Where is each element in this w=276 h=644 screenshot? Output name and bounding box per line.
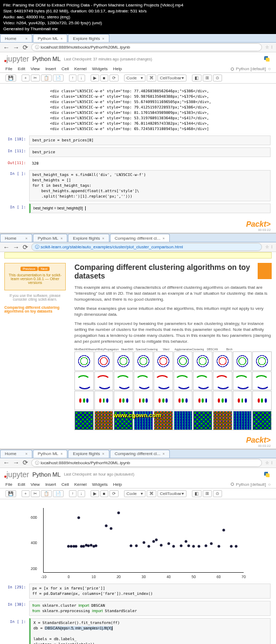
tab-pythonml[interactable]: Python ML×: [33, 234, 67, 242]
star-icon[interactable]: ☆: [265, 245, 269, 249]
close-icon[interactable]: ×: [102, 37, 105, 40]
cell-type-select[interactable]: Code▾: [124, 490, 146, 497]
menu-view[interactable]: View: [31, 66, 40, 71]
menu-kernel[interactable]: Kernel: [74, 482, 87, 487]
command-palette-button[interactable]: ⌘: [147, 74, 156, 82]
run-button[interactable]: ▶: [91, 74, 99, 82]
tb-btn-b[interactable]: ⊞: [203, 490, 212, 497]
add-cell-button[interactable]: +: [22, 490, 30, 497]
notebook-title[interactable]: Python ML: [32, 471, 61, 478]
cell-input[interactable]: best_price: [29, 147, 271, 157]
move-down-button[interactable]: ↓: [78, 74, 85, 82]
cut-button[interactable]: ✂: [31, 74, 40, 82]
menu-kernel[interactable]: Kernel: [74, 66, 87, 71]
tab-comparing[interactable]: Comparing different cl...×: [110, 450, 170, 458]
tb-btn-a[interactable]: ◧: [192, 74, 202, 82]
menu-help[interactable]: Help: [113, 66, 122, 71]
close-icon[interactable]: ×: [162, 236, 164, 240]
forward-button[interactable]: →: [13, 44, 19, 51]
add-cell-button[interactable]: +: [22, 74, 30, 82]
tb-btn-b[interactable]: ⊞: [203, 74, 212, 82]
jupyter-logo[interactable]: jupyter: [5, 470, 29, 479]
menu-edit[interactable]: Edit: [18, 482, 25, 487]
cell-input[interactable]: px = [x for x in fares['price']] ff = pd…: [29, 584, 271, 599]
copy-button[interactable]: 📋: [41, 74, 52, 82]
code-cell-active[interactable]: In [ ]: best_height = best_heights[0]: [5, 204, 271, 213]
close-icon[interactable]: ×: [25, 236, 27, 240]
move-up-button[interactable]: ↑: [69, 490, 77, 497]
tb-btn-c[interactable]: ⊙: [213, 74, 222, 82]
stop-button[interactable]: ■: [100, 74, 108, 82]
close-icon[interactable]: ×: [102, 236, 105, 240]
next-link[interactable]: Next: [38, 267, 49, 271]
close-icon[interactable]: ×: [162, 452, 164, 456]
menu-cell[interactable]: Cell: [61, 482, 69, 487]
stop-button[interactable]: ■: [100, 490, 108, 497]
menu-widgets[interactable]: Widgets: [92, 66, 108, 71]
close-icon[interactable]: ×: [60, 452, 63, 456]
tb-btn-c[interactable]: ⊙: [213, 490, 222, 497]
cell-type-select[interactable]: Code▾: [124, 74, 146, 82]
notification-bar[interactable]: [4, 252, 272, 259]
jupyter-logo[interactable]: jupyter: [5, 55, 29, 63]
code-cell[interactable]: In [11]: best_price: [5, 147, 271, 157]
celltoolbar-select[interactable]: CellToolbar▾: [157, 74, 187, 82]
run-button[interactable]: ▶: [91, 490, 99, 497]
command-palette-button[interactable]: ⌘: [147, 490, 156, 497]
menu-icon[interactable]: ⁝: [271, 245, 273, 249]
notebook-title[interactable]: Python ML: [32, 56, 61, 62]
trusted-icon[interactable]: [231, 67, 234, 71]
prev-link[interactable]: Previous: [20, 267, 37, 271]
tab-home[interactable]: Home×: [0, 234, 32, 242]
code-cell[interactable]: In [ ]: best_height_tags = s.findAll('di…: [5, 170, 271, 201]
menu-insert[interactable]: Insert: [45, 482, 56, 487]
url-input[interactable]: ⓘ scikit-learn.org/stable/auto_examples/…: [31, 243, 262, 251]
reload-button[interactable]: ⟳: [23, 44, 28, 51]
sidebar-nav-link[interactable]: Comparing different clustering algorithm…: [4, 306, 66, 313]
reload-button[interactable]: ⟳: [23, 459, 28, 466]
output-cell[interactable]: <div class="LN35CIC-w-e" style="top: 77.…: [5, 87, 271, 133]
close-icon[interactable]: ×: [102, 452, 105, 456]
menu-cell[interactable]: Cell: [61, 66, 69, 71]
reload-button[interactable]: ⟳: [23, 243, 28, 251]
close-icon[interactable]: ×: [60, 37, 63, 40]
close-icon[interactable]: ×: [25, 452, 27, 456]
cell-input[interactable]: best_height = best_heights[0]: [29, 204, 271, 213]
cell-input[interactable]: from sklearn.cluster import DBSCAN from …: [29, 601, 271, 616]
url-input[interactable]: ⓘ localhost:8889/notebooks/Python%20ML.i…: [31, 459, 262, 467]
restart-button[interactable]: ⟳: [109, 74, 119, 82]
tab-pythonml[interactable]: Python ML×: [33, 34, 67, 42]
back-button[interactable]: ←: [3, 243, 10, 251]
close-icon[interactable]: ×: [25, 37, 27, 40]
close-icon[interactable]: ×: [60, 236, 63, 240]
trusted-icon[interactable]: [231, 483, 234, 486]
menu-icon[interactable]: ⁝: [271, 45, 273, 50]
tab-home[interactable]: Home×: [0, 34, 32, 42]
menu-widgets[interactable]: Widgets: [92, 482, 108, 487]
cell-input[interactable]: best_height_tags = s.findAll('div', 'LN3…: [29, 170, 271, 201]
star-icon[interactable]: ☆: [265, 460, 269, 465]
tb-btn-a[interactable]: ◧: [192, 490, 202, 497]
paste-button[interactable]: 📄: [53, 74, 64, 82]
celltoolbar-select[interactable]: CellToolbar▾: [157, 490, 187, 497]
menu-insert[interactable]: Insert: [45, 66, 56, 71]
code-cell[interactable]: In [30]: from sklearn.cluster import DBS…: [5, 601, 271, 616]
tab-explore-flights[interactable]: Explore flights×: [68, 234, 109, 242]
tab-home[interactable]: Home×: [0, 450, 32, 458]
menu-file[interactable]: File: [5, 482, 12, 487]
back-button[interactable]: ←: [3, 459, 10, 466]
code-cell-active[interactable]: In [ ]: X = StandardScaler().fit_transfo…: [5, 618, 271, 644]
forward-button[interactable]: →: [13, 243, 19, 251]
tab-explore-flights[interactable]: Explore flights×: [68, 34, 109, 42]
save-button[interactable]: 💾: [5, 490, 16, 497]
menu-file[interactable]: File: [5, 66, 12, 71]
menu-icon[interactable]: ⁝: [271, 460, 273, 465]
back-button[interactable]: ←: [3, 44, 10, 51]
move-up-button[interactable]: ↑: [69, 74, 77, 82]
code-cell[interactable]: In [10]: best_price = best_prices[0]: [5, 135, 271, 145]
url-input[interactable]: ⓘ localhost:8889/notebooks/Python%20ML.i…: [31, 43, 262, 51]
kernel-name[interactable]: Python [default]: [236, 482, 266, 487]
menu-view[interactable]: View: [31, 482, 40, 487]
copy-button[interactable]: 📋: [41, 490, 52, 497]
fork-ribbon-icon[interactable]: [258, 263, 272, 279]
